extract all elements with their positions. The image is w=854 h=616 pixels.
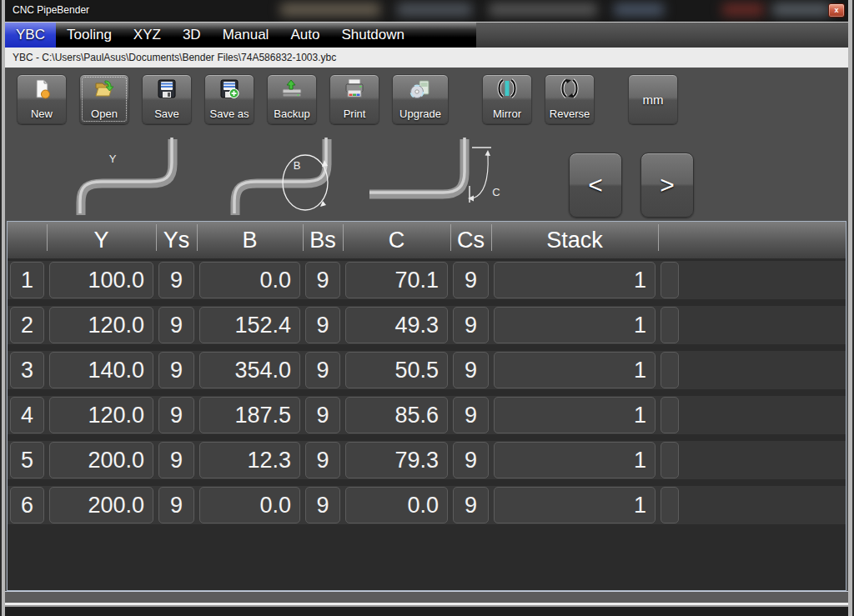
cell-cs[interactable]: 9 [453, 487, 489, 523]
cell-cs[interactable]: 9 [453, 397, 489, 433]
pipe-diagram-b: B [207, 136, 353, 218]
cell-cs[interactable]: 9 [453, 352, 489, 388]
cell-bs[interactable]: 9 [305, 262, 340, 298]
cell-b[interactable]: 152.4 [199, 307, 300, 343]
row-number[interactable]: 3 [10, 352, 44, 388]
cell-ys[interactable]: 9 [158, 487, 194, 523]
pipe-diagram-y: Y [53, 136, 198, 218]
cell-ys[interactable]: 9 [158, 262, 194, 298]
menu-item-xyz[interactable]: XYZ [123, 23, 172, 48]
cell-cs[interactable]: 9 [453, 307, 489, 343]
bottom-frame [5, 591, 848, 616]
header-y: Y [47, 222, 156, 258]
save-as-floppy-plus-icon [219, 78, 240, 103]
cell-y[interactable]: 200.0 [49, 487, 153, 523]
print-button[interactable]: Print [329, 74, 379, 124]
menu-item-ybc[interactable]: YBC [5, 23, 56, 48]
aero-blur-decoration [614, 3, 664, 16]
close-button[interactable]: x [828, 3, 845, 18]
svg-text:B: B [294, 159, 301, 172]
cell-c[interactable]: 70.1 [345, 262, 448, 298]
cell-bs[interactable]: 9 [305, 487, 340, 523]
table-row: 5 200.0 9 12.3 9 79.3 9 1 [8, 441, 846, 479]
row-navigation: < > [569, 153, 694, 218]
cell-y[interactable]: 120.0 [49, 307, 153, 343]
open-folder-icon [93, 78, 115, 103]
open-button[interactable]: Open [79, 74, 129, 124]
menu-bar: YBC Tooling XYZ 3D Manual Auto Shutdown [5, 23, 848, 48]
menu-item-3d[interactable]: 3D [172, 23, 212, 48]
cell-y[interactable]: 200.0 [49, 442, 153, 478]
cell-b[interactable]: 12.3 [199, 442, 300, 478]
printer-icon [344, 78, 365, 103]
cell-extra [661, 262, 679, 298]
title-bar: CNC PipeBender x [5, 0, 848, 23]
table-row: 3 140.0 9 354.0 9 50.5 9 1 [8, 351, 846, 389]
cell-stack[interactable]: 1 [494, 352, 656, 388]
aero-blur-decoration [489, 3, 597, 16]
cell-ys[interactable]: 9 [158, 397, 194, 433]
svg-text:C: C [492, 186, 500, 198]
reverse-button[interactable]: Reverse [545, 74, 595, 124]
aero-blur-decoration [280, 3, 380, 16]
cell-extra [661, 397, 679, 433]
bend-table: Y Ys B Bs C Cs Stack 1 100.0 9 0.0 9 70.… [7, 221, 846, 591]
row-number[interactable]: 6 [10, 487, 44, 523]
menu-item-manual[interactable]: Manual [212, 23, 280, 48]
cell-cs[interactable]: 9 [453, 442, 489, 478]
next-button[interactable]: > [640, 153, 694, 218]
unit-mm-button[interactable]: mm [628, 74, 678, 124]
save-button[interactable]: Save [142, 74, 192, 124]
menu-item-tooling[interactable]: Tooling [56, 23, 123, 48]
header-rownum [8, 222, 47, 258]
upgrade-button[interactable]: Upgrade [392, 74, 449, 124]
cell-stack[interactable]: 1 [494, 487, 656, 523]
cell-c[interactable]: 50.5 [345, 352, 448, 388]
cell-stack[interactable]: 1 [494, 442, 656, 478]
row-number[interactable]: 5 [10, 442, 44, 478]
cell-ys[interactable]: 9 [158, 442, 194, 478]
cell-c[interactable]: 0.0 [345, 487, 448, 523]
mirror-button[interactable]: Mirror [482, 74, 532, 124]
backup-button[interactable]: Backup [267, 74, 317, 124]
header-c: C [343, 222, 450, 258]
cell-y[interactable]: 100.0 [49, 262, 153, 298]
save-as-button[interactable]: Save as [204, 74, 254, 124]
cell-extra [661, 307, 679, 343]
aero-blur-decoration [722, 3, 764, 16]
cell-b[interactable]: 354.0 [199, 352, 300, 388]
menu-item-shutdown[interactable]: Shutdown [330, 23, 415, 48]
cell-ys[interactable]: 9 [158, 352, 194, 388]
cell-b[interactable]: 187.5 [199, 397, 300, 433]
row-number[interactable]: 4 [10, 397, 44, 433]
reverse-rotate-icon [557, 78, 582, 102]
cell-cs[interactable]: 9 [453, 262, 489, 298]
prev-button[interactable]: < [569, 153, 622, 218]
main-content: New Open [5, 68, 848, 591]
menu-item-auto[interactable]: Auto [279, 23, 330, 48]
cell-c[interactable]: 49.3 [345, 307, 448, 343]
new-button[interactable]: New [17, 74, 67, 124]
header-b: B [197, 222, 303, 258]
cell-b[interactable]: 0.0 [199, 487, 300, 523]
file-path-bar: YBC - C:\Users\PaulAsus\Documents\Bender… [5, 48, 848, 68]
cell-bs[interactable]: 9 [305, 352, 340, 388]
cell-y[interactable]: 140.0 [49, 352, 153, 388]
cell-bs[interactable]: 9 [305, 307, 340, 343]
cell-bs[interactable]: 9 [305, 397, 340, 433]
cell-stack[interactable]: 1 [494, 262, 656, 298]
cell-b[interactable]: 0.0 [199, 262, 300, 298]
table-row: 6 200.0 9 0.0 9 0.0 9 1 [8, 486, 846, 524]
row-number[interactable]: 1 [10, 262, 44, 298]
cell-c[interactable]: 79.3 [345, 442, 448, 478]
aero-blur-decoration [397, 3, 472, 16]
upgrade-disc-icon [409, 78, 431, 103]
cell-stack[interactable]: 1 [494, 307, 656, 343]
row-number[interactable]: 2 [10, 307, 44, 343]
cell-bs[interactable]: 9 [305, 442, 340, 478]
cell-y[interactable]: 120.0 [49, 397, 153, 433]
cell-c[interactable]: 85.6 [345, 397, 448, 433]
cell-stack[interactable]: 1 [494, 397, 656, 433]
save-floppy-icon [156, 78, 178, 103]
cell-ys[interactable]: 9 [158, 307, 194, 343]
